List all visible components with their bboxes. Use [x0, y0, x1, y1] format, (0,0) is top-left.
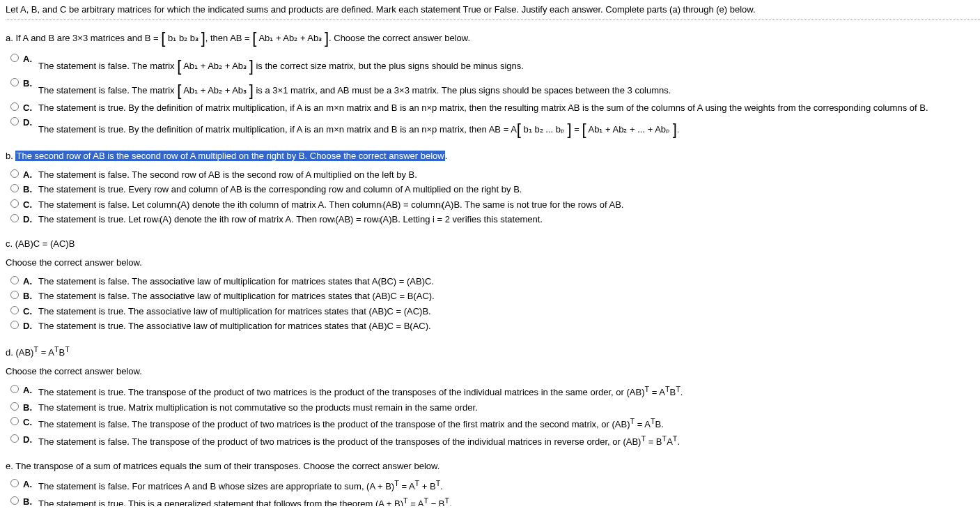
option-text: The statement is true. By the definition… [38, 116, 980, 139]
qb-option-c[interactable]: C. The statement is false. Let columnᵢ(A… [7, 197, 980, 213]
option-text: The statement is true. By the definition… [38, 101, 980, 115]
option-letter: D. [23, 319, 38, 333]
question-b: b. The second row of AB is the second ro… [6, 149, 980, 227]
qa-radio-c[interactable] [10, 102, 19, 111]
option-text: The statement is false. The second row o… [38, 168, 980, 182]
option-text: The statement is true. Let rowᵢ(A) denot… [38, 213, 980, 227]
qc-option-d[interactable]: D. The statement is true. The associativ… [7, 319, 980, 334]
qa-stem-pre: a. If A and B are 3×3 matrices and B = [6, 33, 159, 43]
option-letter: A. [23, 52, 38, 66]
qb-radio-c[interactable] [10, 199, 19, 208]
qd-option-a[interactable]: A. The statement is true. The transpose … [7, 383, 980, 400]
instructions-text: Let A, B, and C be arbitrary matrices fo… [6, 3, 980, 20]
option-text: The statement is false. For matrices A a… [38, 478, 980, 494]
question-e: e. The transpose of a sum of matrices eq… [6, 459, 980, 506]
qe-option-a[interactable]: A. The statement is false. For matrices … [7, 477, 980, 494]
qd-radio-d[interactable] [10, 434, 19, 443]
option-letter: A. [23, 168, 38, 182]
qa-option-c[interactable]: C. The statement is true. By the definit… [7, 100, 980, 116]
option-letter: C. [23, 101, 38, 115]
option-text: The statement is false. The associative … [38, 289, 980, 303]
option-text: The statement is true. The associative l… [38, 319, 980, 333]
qa-radio-d[interactable] [10, 117, 19, 125]
option-letter: C. [23, 415, 38, 429]
qb-stem-post: . [445, 151, 448, 161]
option-text: The statement is false. Let columnᵢ(A) d… [38, 198, 980, 212]
option-text: The statement is true. The transpose of … [38, 383, 980, 399]
qb-option-b[interactable]: B. The statement is true. Every row and … [7, 182, 980, 197]
option-text: The statement is true. Matrix multiplica… [38, 401, 980, 415]
qd-option-b[interactable]: B. The statement is true. Matrix multipl… [7, 400, 980, 415]
qb-stem-highlighted: The second row of AB is the second row o… [15, 151, 444, 161]
option-letter: B. [23, 183, 38, 197]
question-d-stem: d. (AB)T = ATBT [6, 344, 980, 360]
qb-option-d[interactable]: D. The statement is true. Let rowᵢ(A) de… [7, 212, 980, 227]
option-text: The statement is false. The associative … [38, 275, 980, 289]
option-letter: A. [23, 275, 38, 289]
option-letter: B. [23, 495, 38, 506]
option-letter: D. [23, 213, 38, 227]
option-letter: C. [23, 198, 38, 212]
qa-stem-post: . Choose the correct answer below. [329, 33, 470, 43]
option-letter: B. [23, 401, 38, 415]
qb-option-a[interactable]: A. The statement is false. The second ro… [7, 167, 980, 183]
qc-radio-a[interactable] [10, 276, 19, 284]
qa-option-d[interactable]: D. The statement is true. By the definit… [7, 115, 980, 139]
qe-radio-a[interactable] [10, 479, 19, 487]
qd-radio-a[interactable] [10, 385, 19, 393]
qc-option-c[interactable]: C. The statement is true. The associativ… [7, 304, 980, 319]
qa-radio-b[interactable] [10, 78, 19, 86]
option-letter: D. [23, 433, 38, 447]
qa-matrix-ab: [ Ab₁ + Ab₂ + Ab₃ ] [252, 33, 329, 43]
qd-radio-c[interactable] [10, 417, 19, 425]
question-a: a. If A and B are 3×3 matrices and B = [… [6, 24, 980, 140]
qd-option-d[interactable]: D. The statement is false. The transpose… [7, 432, 980, 450]
qa-option-b[interactable]: B. The statement is false. The matrix [ … [7, 76, 980, 100]
qb-radio-b[interactable] [10, 184, 19, 192]
option-letter: C. [23, 305, 38, 319]
qc-radio-d[interactable] [10, 321, 19, 329]
option-text: The statement is true. This is a general… [38, 495, 980, 506]
qa-radio-a[interactable] [10, 54, 19, 62]
option-text: The statement is false. The matrix [ Ab₁… [38, 52, 980, 75]
question-a-stem: a. If A and B are 3×3 matrices and B = [… [6, 24, 980, 47]
question-e-stem: e. The transpose of a sum of matrices eq… [6, 459, 980, 473]
option-letter: D. [23, 116, 38, 130]
option-letter: A. [23, 383, 38, 397]
qb-stem-pre: b. [6, 151, 15, 161]
option-letter: B. [23, 77, 38, 91]
qe-option-b[interactable]: B. The statement is true. This is a gene… [7, 494, 980, 506]
question-d: d. (AB)T = ATBT Choose the correct answe… [6, 344, 980, 450]
option-letter: A. [23, 478, 38, 491]
option-text: The statement is false. The matrix [ Ab₁… [38, 77, 980, 100]
qc-radio-b[interactable] [10, 291, 19, 299]
qd-option-c[interactable]: C. The statement is false. The transpose… [7, 415, 980, 432]
question-c: c. (AB)C = (AC)B Choose the correct answ… [6, 237, 980, 334]
option-text: The statement is true. The associative l… [38, 305, 980, 319]
question-c-stem: c. (AB)C = (AC)B [6, 237, 980, 251]
qc-radio-c[interactable] [10, 306, 19, 314]
question-d-prompt: Choose the correct answer below. [6, 365, 980, 379]
option-letter: B. [23, 289, 38, 303]
qe-radio-b[interactable] [10, 496, 19, 505]
option-text: The statement is false. The transpose of… [38, 433, 980, 449]
option-text: The statement is true. Every row and col… [38, 183, 980, 197]
qa-stem-mid: , then AB = [205, 33, 250, 43]
question-b-stem: b. The second row of AB is the second ro… [6, 149, 980, 163]
qa-option-a[interactable]: A. The statement is false. The matrix [ … [7, 52, 980, 76]
qc-option-b[interactable]: B. The statement is false. The associati… [7, 289, 980, 304]
qb-radio-d[interactable] [10, 214, 19, 222]
qa-matrix-b: [ b₁ b₂ b₃ ] [161, 33, 205, 43]
qc-option-a[interactable]: A. The statement is false. The associati… [7, 274, 980, 289]
question-c-prompt: Choose the correct answer below. [6, 256, 980, 270]
qb-radio-a[interactable] [10, 169, 19, 178]
option-text: The statement is false. The transpose of… [38, 415, 980, 432]
qd-radio-b[interactable] [10, 402, 19, 411]
